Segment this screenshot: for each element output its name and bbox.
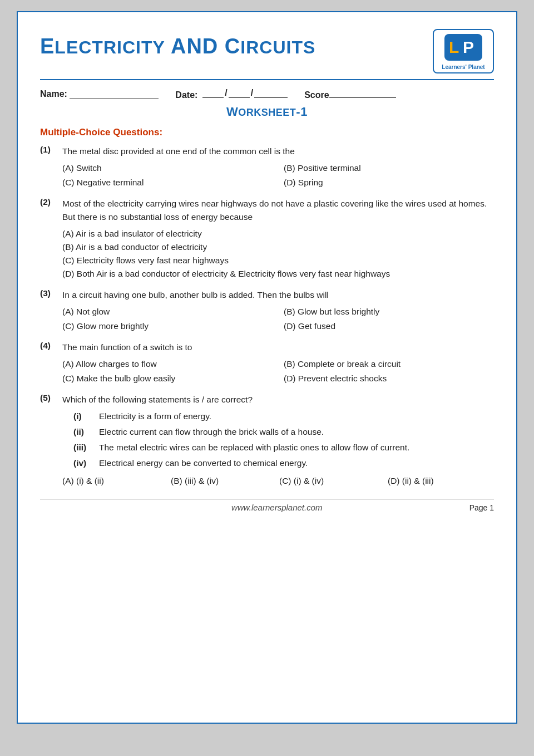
q5-ansD: (D) (ii) & (iii)	[388, 474, 494, 488]
question-1: (1) The metal disc provided at one end o…	[40, 145, 494, 189]
q3-optD: (D) Get fused	[284, 320, 494, 333]
q3-optA: (A) Not glow	[62, 305, 273, 318]
q5-sub-ii-text: Electric current can flow through the br…	[99, 425, 494, 439]
date-field: / /	[202, 88, 288, 98]
q3-optC: (C) Glow more brightly	[62, 320, 273, 333]
q1-options: (A) Switch (B) Positive terminal (C) Neg…	[62, 161, 494, 189]
title-text: ELECTRICITY AND CIRCUITS	[40, 35, 315, 58]
page-number: Page 1	[469, 503, 494, 512]
date-day	[202, 88, 224, 98]
name-date-row: Name: Date: / / Score	[40, 88, 494, 100]
q2-num: (2)	[40, 197, 56, 281]
q5-sub-iii-num: (iii)	[73, 441, 93, 454]
q1-text: The metal disc provided at one end of th…	[62, 145, 494, 158]
q2-content: Most of the electricity carrying wires n…	[62, 197, 494, 281]
name-field	[70, 89, 159, 99]
q5-ansC: (C) (i) & (iv)	[279, 474, 385, 488]
score-field	[329, 88, 396, 98]
section-title: Multiple-Choice Questions:	[40, 127, 494, 138]
q2-text: Most of the electricity carrying wires n…	[62, 197, 494, 224]
q5-sub-iii: (iii) The metal electric wires can be re…	[73, 441, 494, 454]
website-url: www.learnersplanet.com	[85, 503, 469, 512]
logo-tagline: Learners' Planet	[442, 64, 484, 70]
q3-num: (3)	[40, 288, 56, 333]
q4-optB: (B) Complete or break a circuit	[284, 357, 494, 371]
q5-sub-iv: (iv) Electrical energy can be converted …	[73, 456, 494, 470]
questions-list: (1) The metal disc provided at one end o…	[40, 145, 494, 488]
page-title: ELECTRICITY AND CIRCUITS	[40, 29, 315, 58]
q5-sub-iv-num: (iv)	[73, 456, 93, 470]
q2-optC: (C) Electricity flows very fast near hig…	[62, 254, 494, 267]
q5-ansA: (A) (i) & (ii)	[62, 474, 169, 488]
q4-num: (4)	[40, 341, 56, 385]
q5-sub-ii: (ii) Electric current can flow through t…	[73, 425, 494, 439]
q5-ansB: (B) (iii) & (iv)	[171, 474, 277, 488]
q5-content: Which of the following statements is / a…	[62, 393, 494, 488]
q2-optD: (D) Both Air is a bad conductor of elect…	[62, 267, 494, 281]
q5-sub-iv-text: Electrical energy can be converted to ch…	[99, 456, 494, 470]
date-year	[254, 88, 288, 98]
q5-sub-list: (i) Electricity is a form of energy. (ii…	[73, 410, 494, 470]
header-divider	[40, 79, 494, 80]
q5-sub-i: (i) Electricity is a form of energy.	[73, 410, 494, 423]
worksheet-page: ELECTRICITY AND CIRCUITS L P Learners' P…	[17, 11, 517, 724]
logo-icon: L P	[443, 33, 483, 62]
page-footer: www.learnersplanet.com Page 1	[40, 503, 494, 512]
question-3: (3) In a circuit having one bulb, anothe…	[40, 288, 494, 333]
svg-text:P: P	[463, 38, 474, 56]
q5-sub-ii-num: (ii)	[73, 425, 93, 439]
q1-optB: (B) Positive terminal	[284, 161, 494, 175]
question-5: (5) Which of the following statements is…	[40, 393, 494, 488]
name-label: Name:	[40, 89, 159, 99]
q2-optB: (B) Air is a bad conductor of electricit…	[62, 240, 494, 254]
q2-optA: (A) Air is a bad insulator of electricit…	[62, 227, 494, 240]
q4-text: The main function of a switch is to	[62, 341, 494, 354]
footer-divider	[40, 499, 494, 499]
q5-sub-iii-text: The metal electric wires can be replaced…	[99, 441, 494, 454]
q5-sub-i-text: Electricity is a form of energy.	[99, 410, 494, 423]
q5-sub-i-num: (i)	[73, 410, 93, 423]
q1-optD: (D) Spring	[284, 176, 494, 189]
score-label: Score	[304, 88, 395, 100]
q1-content: The metal disc provided at one end of th…	[62, 145, 494, 189]
logo-box: L P Learners' Planet	[433, 29, 494, 73]
question-4: (4) The main function of a switch is to …	[40, 341, 494, 385]
q4-optC: (C) Make the bulb glow easily	[62, 372, 273, 385]
q1-num: (1)	[40, 145, 56, 189]
worksheet-title: WORKSHEET-1	[40, 105, 494, 119]
q3-content: In a circuit having one bulb, another bu…	[62, 288, 494, 333]
q4-options: (A) Allow charges to flow (B) Complete o…	[62, 357, 494, 385]
page-header: ELECTRICITY AND CIRCUITS L P Learners' P…	[40, 29, 494, 73]
date-month	[229, 88, 250, 98]
question-2: (2) Most of the electricity carrying wir…	[40, 197, 494, 281]
q1-optC: (C) Negative terminal	[62, 176, 273, 189]
q4-optA: (A) Allow charges to flow	[62, 357, 273, 371]
q5-num: (5)	[40, 393, 56, 488]
date-label: Date: / /	[175, 88, 288, 100]
q5-text: Which of the following statements is / a…	[62, 393, 494, 406]
q2-options: (A) Air is a bad insulator of electricit…	[62, 227, 494, 281]
q4-content: The main function of a switch is to (A) …	[62, 341, 494, 385]
q3-optB: (B) Glow but less brightly	[284, 305, 494, 318]
svg-text:L: L	[449, 38, 459, 56]
q5-answer-options: (A) (i) & (ii) (B) (iii) & (iv) (C) (i) …	[62, 474, 494, 488]
q3-text: In a circuit having one bulb, another bu…	[62, 288, 494, 302]
q1-optA: (A) Switch	[62, 161, 273, 175]
q3-options: (A) Not glow (B) Glow but less brightly …	[62, 305, 494, 333]
q4-optD: (D) Prevent electric shocks	[284, 372, 494, 385]
